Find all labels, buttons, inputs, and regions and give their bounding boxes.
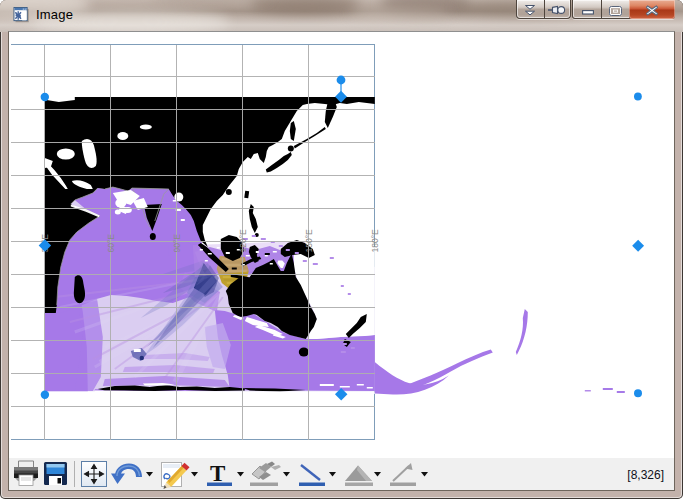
- svg-text:T: T: [210, 461, 225, 486]
- svg-text:60°E: 60°E: [106, 234, 116, 253]
- svg-text:120°E: 120°E: [238, 229, 248, 253]
- svg-text:180°E: 180°E: [370, 229, 380, 253]
- svg-text:90°E: 90°E: [172, 234, 182, 253]
- svg-text:150°E: 150°E: [304, 229, 314, 253]
